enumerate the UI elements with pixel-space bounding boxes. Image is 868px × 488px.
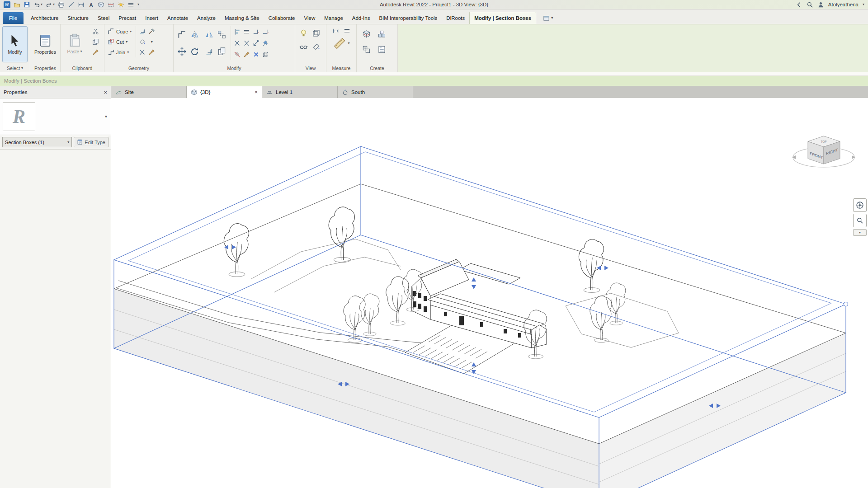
- ribbon-tab-architecture[interactable]: Architecture: [26, 12, 63, 24]
- redo-dropdown-chevron-icon[interactable]: ▾: [53, 3, 55, 6]
- open-button[interactable]: [14, 1, 20, 8]
- type-preview-chevron-icon[interactable]: ▾: [104, 113, 108, 120]
- user-menu-chevron-icon[interactable]: ▾: [863, 3, 864, 6]
- edit-type-button[interactable]: Edit Type: [74, 137, 108, 147]
- trim-extend-button[interactable]: [261, 27, 270, 37]
- ribbon-tab-precast[interactable]: Precast: [114, 12, 141, 24]
- close-view-icon[interactable]: ×: [255, 89, 258, 95]
- create-assembly-button[interactable]: [377, 29, 387, 39]
- trim-corner-button[interactable]: [251, 27, 261, 37]
- section-box-handle-top[interactable]: [472, 277, 476, 289]
- signed-in-user[interactable]: Atolyeathena: [828, 2, 859, 7]
- search-icon[interactable]: [807, 1, 813, 8]
- save-button[interactable]: [24, 1, 30, 8]
- modify-tool-button[interactable]: Modify: [2, 26, 28, 62]
- unpin-button[interactable]: [232, 50, 242, 59]
- distribute-button[interactable]: [242, 27, 251, 37]
- customize-qat-chevron-icon[interactable]: ▾: [137, 3, 139, 6]
- override-graphics-button[interactable]: [311, 42, 321, 52]
- measure-chevron-icon[interactable]: ▾: [348, 42, 349, 45]
- mirror-pick-axis-button[interactable]: [190, 30, 199, 39]
- sun-settings-button[interactable]: [118, 1, 124, 8]
- ribbon-tab-manage[interactable]: Manage: [320, 12, 348, 24]
- revit-menu-button[interactable]: R: [4, 1, 10, 8]
- mirror-draw-axis-button[interactable]: [204, 30, 214, 39]
- ribbon-tab-file[interactable]: File: [3, 12, 24, 24]
- cope-button[interactable]: Cope▾: [106, 26, 133, 37]
- undo-dropdown-chevron-icon[interactable]: ▾: [41, 3, 42, 6]
- aligned-dimension-button[interactable]: [78, 1, 85, 8]
- measure-tool-button[interactable]: [333, 37, 346, 50]
- view-tab-level-1[interactable]: Level 1: [262, 86, 338, 98]
- ribbon-tab-view[interactable]: View: [300, 12, 320, 24]
- ribbon-tab-bim-interoperability[interactable]: BIM Interoperability Tools: [374, 12, 442, 24]
- cut-profile-button[interactable]: [177, 30, 187, 39]
- legend-component-button[interactable]: [377, 45, 387, 54]
- join-geometry-button[interactable]: Join▾: [106, 47, 133, 57]
- view-tab-3d[interactable]: {3D} ×: [187, 86, 262, 98]
- ribbon-tab-massing-site[interactable]: Massing & Site: [220, 12, 264, 24]
- model-view-svg[interactable]: TOP FRONT RIGHT: [111, 98, 868, 488]
- steering-wheel-button[interactable]: [853, 198, 867, 212]
- create-group-button[interactable]: [362, 45, 371, 54]
- viewcube-rotate-left-icon[interactable]: [792, 155, 796, 159]
- delete-button[interactable]: [251, 50, 261, 59]
- paint-button[interactable]: [137, 37, 147, 47]
- paint-chevron-icon[interactable]: ▾: [151, 40, 153, 44]
- cut-geometry-button[interactable]: Cut▾: [106, 37, 133, 47]
- temporary-hide-isolate-button[interactable]: [299, 42, 308, 52]
- properties-parameter-list[interactable]: [0, 150, 111, 488]
- match-type-properties-button[interactable]: [91, 47, 100, 57]
- copy-to-clipboard-button[interactable]: [91, 37, 100, 47]
- type-selector[interactable]: Section Boxes (1) ▾: [2, 137, 72, 147]
- section-button[interactable]: [108, 1, 114, 8]
- redo-button[interactable]: ▾: [46, 1, 55, 8]
- default-3d-view-button[interactable]: [98, 1, 104, 8]
- text-button[interactable]: [88, 1, 94, 8]
- rotate-button[interactable]: [190, 47, 199, 56]
- thin-lines-button[interactable]: [127, 1, 134, 8]
- back-icon[interactable]: [796, 1, 802, 8]
- scale-button[interactable]: [251, 38, 261, 48]
- offset-button[interactable]: [204, 47, 214, 56]
- cut-to-clipboard-button[interactable]: [91, 27, 100, 36]
- view-tab-site[interactable]: Site: [111, 86, 187, 98]
- ribbon-tab-analyze[interactable]: Analyze: [193, 12, 220, 24]
- properties-toggle-button[interactable]: Properties: [33, 27, 57, 62]
- align-button[interactable]: [232, 27, 242, 37]
- demolish-button[interactable]: [147, 27, 156, 36]
- viewcube[interactable]: TOP FRONT RIGHT: [792, 136, 855, 167]
- paste-button[interactable]: Paste▾: [62, 26, 87, 61]
- linear-dimension-tool-button[interactable]: [342, 26, 352, 36]
- move-button[interactable]: [177, 47, 187, 56]
- user-icon[interactable]: [817, 1, 824, 8]
- ribbon-tab-steel[interactable]: Steel: [93, 12, 114, 24]
- view-tab-south[interactable]: South: [338, 86, 413, 98]
- section-box-corner-grip[interactable]: [844, 302, 848, 306]
- section-box-handle-back-right[interactable]: [597, 266, 609, 270]
- drawing-area[interactable]: TOP FRONT RIGHT: [111, 98, 868, 488]
- undo-button[interactable]: ▾: [33, 1, 42, 8]
- ribbon-tab-structure[interactable]: Structure: [63, 12, 93, 24]
- split-element-button[interactable]: [232, 38, 242, 48]
- navigation-bar-chevron-icon[interactable]: ▾: [853, 229, 867, 236]
- ribbon-tab-insert[interactable]: Insert: [141, 12, 163, 24]
- wall-joins-button[interactable]: [137, 27, 147, 36]
- zoom-button[interactable]: [853, 214, 867, 227]
- pin-button[interactable]: [261, 38, 270, 48]
- split-face-button[interactable]: [137, 47, 147, 57]
- split-with-gap-button[interactable]: [242, 38, 251, 48]
- ribbon-tab-modify-section-boxes[interactable]: Modify | Section Boxes: [469, 12, 536, 24]
- ribbon-cycle-button[interactable]: ▾: [541, 12, 555, 24]
- array-button[interactable]: [217, 30, 226, 39]
- match-button[interactable]: [242, 50, 251, 59]
- copy-button[interactable]: [217, 47, 226, 56]
- reveal-hidden-elements-button[interactable]: [299, 28, 308, 38]
- panel-label-select[interactable]: Select▾: [0, 64, 30, 72]
- display-box-button[interactable]: [311, 28, 321, 38]
- print-button[interactable]: [58, 1, 65, 8]
- wire-display-button[interactable]: [261, 50, 270, 59]
- measure-button[interactable]: [68, 1, 75, 8]
- pick-tool-button[interactable]: [147, 47, 156, 57]
- viewcube-rotate-right-icon[interactable]: [852, 155, 855, 159]
